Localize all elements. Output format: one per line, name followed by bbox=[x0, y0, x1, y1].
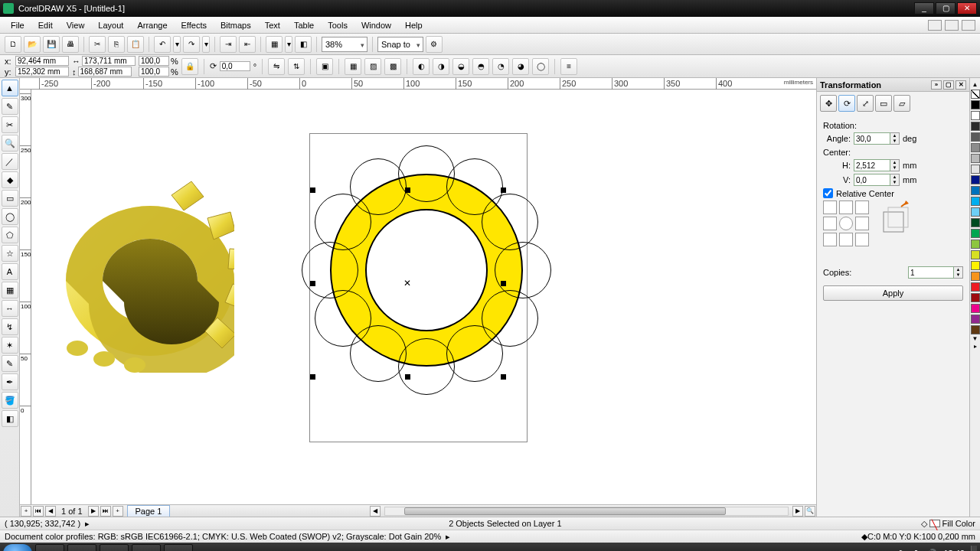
anchor-center[interactable] bbox=[839, 217, 853, 230]
color-swatch[interactable] bbox=[971, 111, 980, 120]
task-firefox[interactable] bbox=[100, 544, 129, 551]
table-tool[interactable]: ▦ bbox=[2, 282, 18, 298]
doc-close-button[interactable] bbox=[962, 20, 975, 31]
center-v-spinner[interactable]: ▲▼ bbox=[890, 174, 900, 186]
y-field[interactable]: 152,302 mm bbox=[15, 67, 69, 77]
menu-window[interactable]: Window bbox=[355, 19, 397, 31]
shape-tool[interactable]: ✎ bbox=[2, 98, 18, 115]
small-circle[interactable] bbox=[315, 290, 371, 347]
trim-button[interactable]: ◑ bbox=[433, 58, 449, 75]
app-launcher-button[interactable]: ▦ bbox=[266, 36, 283, 53]
save-button[interactable]: 💾 bbox=[43, 36, 60, 53]
mirror-v-button[interactable]: ⇅ bbox=[288, 58, 305, 75]
palette-flyout-button[interactable]: ▸ bbox=[971, 343, 980, 350]
eyedropper-tool[interactable]: ✎ bbox=[2, 355, 18, 372]
anchor-bc[interactable] bbox=[839, 233, 853, 246]
ungroup-button[interactable]: ▨ bbox=[364, 58, 381, 75]
front-minus-back-button[interactable]: ◔ bbox=[492, 58, 509, 75]
palette-up-button[interactable]: ▲ bbox=[971, 81, 980, 89]
task-mediaplayer[interactable] bbox=[67, 544, 96, 551]
selection-handle[interactable] bbox=[310, 281, 315, 286]
simplify-button[interactable]: ◓ bbox=[472, 58, 489, 75]
horizontal-scrollbar[interactable] bbox=[384, 507, 789, 516]
drawing-canvas[interactable]: ✕ bbox=[31, 90, 816, 504]
rotation-field[interactable]: 0,0 bbox=[220, 61, 250, 71]
scale-y-field[interactable]: 100,0 bbox=[139, 67, 169, 77]
color-swatch[interactable] bbox=[971, 132, 980, 142]
freehand-tool[interactable]: ／ bbox=[2, 153, 18, 170]
doc-minimize-button[interactable] bbox=[928, 20, 942, 31]
small-circle[interactable] bbox=[302, 242, 358, 298]
lock-ratio-button[interactable]: 🔒 bbox=[181, 58, 198, 75]
copies-spinner[interactable]: ▲▼ bbox=[954, 266, 963, 279]
anchor-tr[interactable] bbox=[855, 201, 869, 214]
tab-skew[interactable]: ▱ bbox=[893, 95, 910, 112]
add-page-button[interactable]: + bbox=[21, 506, 31, 517]
copy-button[interactable]: ⎘ bbox=[108, 36, 125, 53]
color-swatch[interactable] bbox=[971, 272, 980, 281]
minimize-button[interactable]: _ bbox=[914, 2, 934, 15]
small-circle[interactable] bbox=[482, 194, 538, 250]
profiles-flyout-icon[interactable]: ▸ bbox=[446, 532, 450, 542]
no-fill-swatch[interactable] bbox=[971, 90, 980, 99]
pick-tool[interactable]: ▲ bbox=[2, 80, 18, 96]
to-front-button[interactable]: ▣ bbox=[316, 58, 333, 75]
scrollbar-thumb[interactable] bbox=[404, 507, 726, 515]
docker-expand-button[interactable]: » bbox=[931, 80, 942, 90]
doc-restore-button[interactable] bbox=[945, 20, 959, 31]
anchor-grid[interactable] bbox=[823, 201, 869, 246]
redo-button[interactable]: ↷ bbox=[183, 36, 200, 53]
color-swatch[interactable] bbox=[971, 154, 980, 163]
close-button[interactable]: ✕ bbox=[957, 2, 977, 15]
menu-effects[interactable]: Effects bbox=[175, 19, 213, 31]
text-tool[interactable]: A bbox=[2, 263, 18, 280]
color-swatch[interactable] bbox=[971, 282, 980, 292]
color-swatch[interactable] bbox=[971, 293, 980, 302]
color-swatch[interactable] bbox=[971, 325, 980, 334]
small-circle[interactable] bbox=[446, 325, 503, 382]
anchor-ml[interactable] bbox=[823, 217, 837, 230]
palette-down-button[interactable]: ▼ bbox=[971, 335, 980, 343]
docker-close-button[interactable]: ✕ bbox=[956, 80, 966, 90]
weld-button[interactable]: ◐ bbox=[413, 58, 430, 75]
tab-rotate[interactable]: ⟳ bbox=[838, 95, 855, 112]
small-circle[interactable] bbox=[398, 145, 455, 202]
open-button[interactable]: 📂 bbox=[24, 36, 41, 53]
show-desktop-button[interactable] bbox=[971, 546, 977, 551]
last-page-button[interactable]: ⏭ bbox=[100, 506, 111, 517]
tab-scale[interactable]: ⤢ bbox=[857, 95, 874, 112]
back-minus-front-button[interactable]: ◕ bbox=[512, 58, 529, 75]
start-button[interactable] bbox=[3, 544, 32, 551]
interactive-fill-tool[interactable]: ◧ bbox=[2, 410, 18, 427]
polygon-tool[interactable]: ⬠ bbox=[2, 227, 18, 243]
intersect-button[interactable]: ◒ bbox=[452, 58, 469, 75]
color-swatch[interactable] bbox=[971, 261, 980, 270]
group-button[interactable]: ▦ bbox=[345, 58, 361, 75]
center-h-input[interactable] bbox=[854, 159, 890, 171]
boundary-button[interactable]: ◯ bbox=[532, 58, 549, 75]
task-word[interactable] bbox=[164, 544, 193, 551]
selection-handle[interactable] bbox=[405, 374, 410, 380]
color-swatch[interactable] bbox=[971, 122, 980, 131]
paste-button[interactable]: 📋 bbox=[127, 36, 144, 53]
zoom-combo[interactable]: 38% bbox=[322, 37, 368, 52]
width-field[interactable]: 173,711 mm bbox=[82, 56, 136, 66]
app-launcher-dropdown[interactable]: ▾ bbox=[285, 36, 292, 53]
color-swatch[interactable] bbox=[971, 100, 980, 109]
maximize-button[interactable]: ▢ bbox=[936, 2, 956, 15]
selection-handle[interactable] bbox=[310, 374, 315, 380]
tab-size[interactable]: ▭ bbox=[875, 95, 892, 112]
ruler-vertical[interactable]: 300 250 200 150 100 50 0 bbox=[20, 90, 31, 504]
color-swatch[interactable] bbox=[971, 218, 980, 227]
interactive-tool[interactable]: ✶ bbox=[2, 337, 18, 354]
rectangle-tool[interactable]: ▭ bbox=[2, 190, 18, 207]
outline-tool[interactable]: ✒ bbox=[2, 373, 18, 390]
selection-handle[interactable] bbox=[405, 187, 410, 193]
menu-bitmaps[interactable]: Bitmaps bbox=[214, 19, 257, 31]
connector-tool[interactable]: ↯ bbox=[2, 318, 18, 335]
fill-tool[interactable]: 🪣 bbox=[2, 392, 18, 409]
prev-page-button[interactable]: ◀ bbox=[45, 506, 56, 517]
task-coreldraw[interactable] bbox=[132, 544, 161, 551]
hscroll-right-button[interactable]: ▶ bbox=[792, 506, 803, 517]
print-button[interactable]: 🖶 bbox=[62, 36, 79, 53]
